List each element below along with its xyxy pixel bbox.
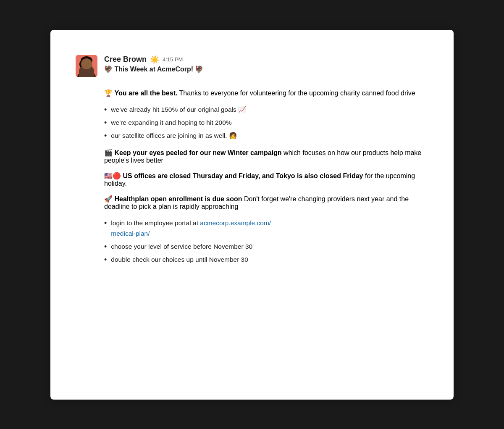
bullet-text: login to the employee portal at acmecorp… xyxy=(111,218,271,239)
bullet-text: double check our choices up until Novemb… xyxy=(111,255,248,265)
bullet-text: we're expanding it and hoping to hit 200… xyxy=(111,118,231,128)
timestamp: 4:15 PM xyxy=(163,56,183,63)
name-row: Cree Brown ☀️ 4:15 PM xyxy=(104,55,204,64)
svg-point-1 xyxy=(77,71,96,77)
list-item: we've already hit 150% of our original g… xyxy=(104,105,428,115)
svg-point-3 xyxy=(81,56,92,65)
message-header: Cree Brown ☀️ 4:15 PM 🦃 This Week at Acm… xyxy=(76,55,428,81)
svg-point-4 xyxy=(79,61,84,68)
healthplan-bullets: login to the employee portal at acmecorp… xyxy=(104,218,428,265)
section4-bold: Healthplan open enrollment is due soon xyxy=(114,195,242,203)
trophy-emoji: 🏆 xyxy=(104,89,114,97)
camera-emoji: 🎬 xyxy=(104,149,114,156)
section2-bold: Keep your eyes peeled for our new Winter… xyxy=(114,149,281,156)
bullet-text: our satellite offices are joining in as … xyxy=(111,131,237,141)
avatar xyxy=(76,55,97,77)
message-subject: 🦃 This Week at AcmeCorp! 🦃 xyxy=(104,65,204,73)
section3-bold: US offices are closed Thursday and Frida… xyxy=(123,172,363,179)
bullet-text: we've already hit 150% of our original g… xyxy=(111,105,246,115)
header-meta: Cree Brown ☀️ 4:15 PM 🦃 This Week at Acm… xyxy=(104,55,204,81)
section-winter: 🎬 Keep your eyes peeled for our new Wint… xyxy=(104,149,428,164)
section-healthplan: 🚀 Healthplan open enrollment is due soon… xyxy=(104,195,428,211)
section1-bold: You are all the best. xyxy=(114,89,177,97)
sun-emoji: ☀️ xyxy=(150,55,159,64)
section1-text: Thanks to everyone for volunteering for … xyxy=(177,89,415,97)
list-item: choose your level of service before Nove… xyxy=(104,242,428,252)
message-card: Cree Brown ☀️ 4:15 PM 🦃 This Week at Acm… xyxy=(50,30,454,400)
list-item: our satellite offices are joining in as … xyxy=(104,131,428,141)
section-offices: 🇺🇸🔴 US offices are closed Thursday and F… xyxy=(104,172,428,187)
rocket-emoji: 🚀 xyxy=(104,195,114,203)
svg-point-5 xyxy=(88,65,91,68)
list-item: we're expanding it and hoping to hit 200… xyxy=(104,118,428,128)
list-item: login to the employee portal at acmecorp… xyxy=(104,218,428,239)
section-charity: 🏆 You are all the best. Thanks to everyo… xyxy=(104,89,428,97)
svg-point-2 xyxy=(81,59,92,71)
user-name: Cree Brown xyxy=(104,55,147,64)
list-item: double check our choices up until Novemb… xyxy=(104,255,428,265)
bullet-text: choose your level of service before Nove… xyxy=(111,242,252,252)
charity-bullets: we've already hit 150% of our original g… xyxy=(104,105,428,142)
message-content: 🏆 You are all the best. Thanks to everyo… xyxy=(76,89,428,266)
portal-link[interactable]: acmecorp.example.com/medical-plan/ xyxy=(111,219,271,237)
flags-emoji: 🇺🇸🔴 xyxy=(104,172,123,179)
